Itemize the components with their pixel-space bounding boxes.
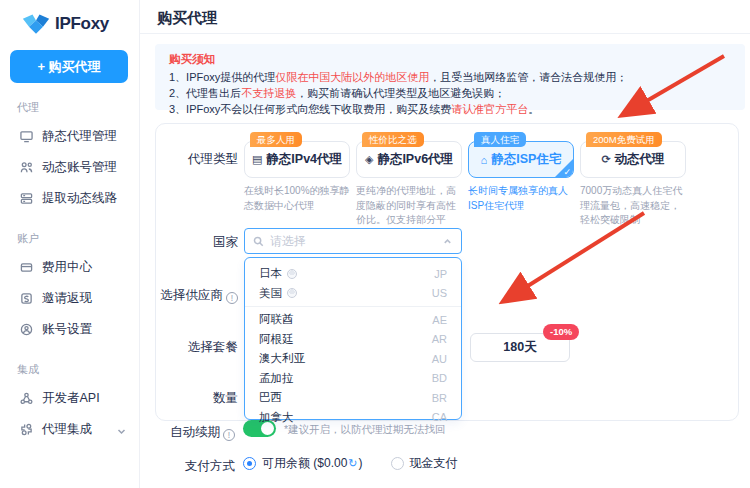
- accounts-icon: [19, 161, 33, 175]
- proxy-type-title: 静态IPv6代理: [377, 151, 453, 168]
- sidebar-item-dynamic-account-management[interactable]: 动态账号管理: [0, 152, 139, 183]
- country-option-usa[interactable]: 美国US: [245, 284, 461, 304]
- quantity-label: 数量: [156, 390, 238, 407]
- cash-radio[interactable]: [391, 457, 404, 470]
- ipv6-diamond-icon: ◈: [365, 153, 373, 166]
- purchase-notice: 购买须知 1、IPFoxy提供的代理仅限在中国大陆以外的地区使用，且受当地网络监…: [155, 44, 745, 110]
- balance-radio[interactable]: [243, 457, 256, 470]
- package-label: 选择套餐: [156, 339, 238, 356]
- monitor-icon: [19, 130, 33, 144]
- notice-line-3: 3、IPFoxy不会以任何形式向您线下收取费用，购买及续费请认准官方平台。: [169, 102, 731, 118]
- country-select[interactable]: 请选择: [244, 228, 462, 254]
- developer-api-icon: [19, 392, 33, 406]
- sidebar-item-label: 代理集成: [42, 421, 92, 438]
- notice-line-1: 1、IPFoxy提供的代理仅限在中国大陆以外的地区使用，且受当地网络监管，请合法…: [169, 70, 731, 86]
- sidebar: IPFoxy + 购买代理 代理 静态代理管理 动态账号管理 提取动态线路 账户…: [0, 0, 140, 488]
- proxy-type-desc-isp: 长时间专属独享的真人ISP住宅代理: [468, 184, 576, 213]
- home-icon: ⌂: [481, 154, 488, 166]
- page-title: 购买代理: [157, 9, 217, 28]
- notice-title: 购买须知: [169, 52, 731, 67]
- purchase-form-card: 代理类型 最多人用 ▤ 静态IPv4代理 在线时长100%的独享静态数据中心代理…: [155, 123, 739, 421]
- sidebar-item-extract-dynamic-lines[interactable]: 提取动态线路: [0, 183, 139, 214]
- check-icon: ✓: [563, 167, 571, 177]
- ipv4-grid-icon: ▤: [252, 153, 262, 166]
- main-content: 购买代理 购买须知 1、IPFoxy提供的代理仅限在中国大陆以外的地区使用，且受…: [140, 0, 750, 488]
- badge-best-value: 性价比之选: [362, 132, 424, 147]
- refresh-circle-icon: ⟳: [601, 153, 610, 166]
- sidebar-item-developer-api[interactable]: 开发者API: [0, 383, 139, 414]
- proxy-type-desc-ipv4: 在线时长100%的独享静态数据中心代理: [244, 184, 352, 213]
- sidebar-item-invite-cashback[interactable]: 邀请返现: [0, 283, 139, 314]
- balance-option-label: 可用余额 ($0.00↻): [262, 455, 363, 472]
- wallet-icon: [19, 261, 33, 275]
- logo-text: IPFoxy: [55, 14, 109, 34]
- country-option-australia[interactable]: 澳大利亚AU: [245, 349, 461, 369]
- proxy-type-desc-dynamic: 7000万动态真人住宅代理流量包，高速稳定，轻松突破限制: [580, 184, 688, 228]
- buy-proxy-page: IPFoxy + 购买代理 代理 静态代理管理 动态账号管理 提取动态线路 账户…: [0, 0, 750, 488]
- sidebar-item-label: 费用中心: [42, 259, 92, 276]
- search-icon: [253, 236, 264, 247]
- auto-renew-label: 自动续期!: [140, 424, 235, 441]
- cash-option-label: 现金支付: [410, 455, 458, 472]
- proxy-type-title: 动态代理: [615, 151, 665, 168]
- dropdown-divider: [245, 306, 461, 307]
- info-icon: !: [223, 429, 235, 441]
- supplier-label: 选择供应商!: [156, 287, 238, 304]
- country-dropdown: 日本JP 美国US 阿联酋AE 阿根廷AR 澳大利亚AU 孟加拉BD 巴西BR …: [244, 257, 462, 420]
- proxy-type-label: 代理类型: [156, 151, 238, 168]
- buy-proxy-button[interactable]: + 购买代理: [10, 50, 128, 83]
- sidebar-item-label: 静态代理管理: [42, 128, 117, 145]
- ipfoxy-logo: IPFoxy: [22, 13, 139, 35]
- notice-line-2: 2、代理售出后不支持退换，购买前请确认代理类型及地区避免误购；: [169, 86, 731, 102]
- payment-label: 支付方式: [140, 458, 235, 475]
- section-label-proxy: 代理: [17, 100, 139, 115]
- country-select-placeholder: 请选择: [270, 233, 436, 250]
- account-settings-icon: [19, 323, 33, 337]
- sidebar-item-label: 账号设置: [42, 321, 92, 338]
- chevron-down-icon: [117, 425, 125, 433]
- sidebar-item-account-settings[interactable]: 账号设置: [0, 314, 139, 345]
- invite-cashback-icon: [19, 292, 33, 306]
- payment-options: 可用余额 ($0.00↻) 现金支付: [243, 455, 458, 472]
- header-divider: [140, 33, 750, 34]
- sidebar-item-label: 开发者API: [42, 390, 100, 407]
- section-label-integration: 集成: [17, 362, 139, 377]
- sidebar-item-label: 邀请返现: [42, 290, 92, 307]
- country-option-argentina[interactable]: 阿根廷AR: [245, 330, 461, 350]
- country-option-canada[interactable]: 加拿大CA: [245, 408, 461, 428]
- proxy-type-title: 静态IPv4代理: [266, 151, 342, 168]
- proxy-type-title: 静态ISP住宅: [491, 151, 561, 168]
- badge-most-popular: 最多人用: [250, 132, 302, 147]
- country-flag-icon: [287, 288, 297, 298]
- country-option-japan[interactable]: 日本JP: [245, 264, 461, 284]
- integration-icon: [19, 423, 33, 437]
- info-icon: !: [226, 292, 238, 304]
- discount-badge: -10%: [543, 324, 579, 340]
- extract-lines-icon: [19, 192, 33, 206]
- refresh-icon[interactable]: ↻: [348, 457, 357, 469]
- country-label: 国家: [156, 234, 238, 251]
- sidebar-item-static-proxy-management[interactable]: 静态代理管理: [0, 121, 139, 152]
- country-option-bangladesh[interactable]: 孟加拉BD: [245, 369, 461, 389]
- country-option-uae[interactable]: 阿联酋AE: [245, 310, 461, 330]
- country-option-brazil[interactable]: 巴西BR: [245, 388, 461, 408]
- badge-real-residential: 真人住宅: [474, 132, 526, 147]
- fox-logo-icon: [22, 13, 50, 35]
- chevron-up-icon: [442, 236, 453, 247]
- sidebar-item-billing-center[interactable]: 费用中心: [0, 252, 139, 283]
- sidebar-item-proxy-integration[interactable]: 代理集成: [0, 414, 139, 445]
- sidebar-item-label: 提取动态线路: [42, 190, 117, 207]
- section-label-account: 账户: [17, 231, 139, 246]
- sidebar-item-label: 动态账号管理: [42, 159, 117, 176]
- badge-free-trial: 200M免费试用: [586, 132, 662, 147]
- country-flag-icon: [287, 269, 297, 279]
